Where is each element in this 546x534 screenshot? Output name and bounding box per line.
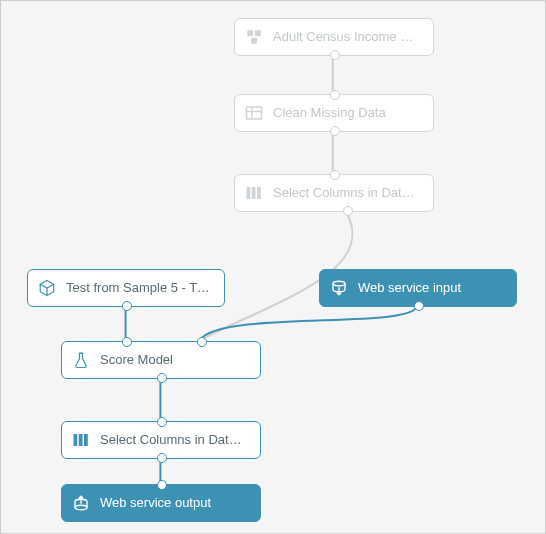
svg-rect-2 — [251, 38, 257, 44]
svg-rect-6 — [247, 187, 251, 199]
svg-rect-11 — [74, 434, 78, 446]
port-out[interactable] — [343, 206, 353, 216]
svg-rect-13 — [84, 434, 88, 446]
columns-icon — [72, 431, 90, 449]
svg-rect-3 — [247, 107, 262, 119]
port-in[interactable] — [330, 170, 340, 180]
node-trained-model[interactable]: Test from Sample 5 - Training... — [27, 269, 225, 307]
svg-rect-12 — [79, 434, 83, 446]
dataset-icon — [245, 28, 263, 46]
ws-out-icon — [72, 494, 90, 512]
svg-rect-0 — [247, 30, 253, 36]
port-in-right[interactable] — [197, 337, 207, 347]
table-icon — [245, 104, 263, 122]
pipeline-canvas[interactable]: Adult Census Income Binary C... Clean Mi… — [0, 0, 546, 534]
port-in[interactable] — [157, 417, 167, 427]
port-out[interactable] — [157, 373, 167, 383]
node-select-columns-bottom[interactable]: Select Columns in Dataset — [61, 421, 261, 459]
port-out[interactable] — [330, 126, 340, 136]
port-in-left[interactable] — [122, 337, 132, 347]
cube-icon — [38, 279, 56, 297]
flask-icon — [72, 351, 90, 369]
node-label: Score Model — [100, 352, 248, 368]
columns-icon — [245, 184, 263, 202]
node-select-columns-top[interactable]: Select Columns in Dataset — [234, 174, 434, 212]
port-out[interactable] — [330, 50, 340, 60]
node-label: Adult Census Income Binary C... — [273, 29, 421, 45]
port-in[interactable] — [330, 90, 340, 100]
node-label: Select Columns in Dataset — [100, 432, 248, 448]
node-label: Test from Sample 5 - Training... — [66, 280, 212, 296]
svg-rect-7 — [252, 187, 256, 199]
node-dataset[interactable]: Adult Census Income Binary C... — [234, 18, 434, 56]
port-in[interactable] — [157, 480, 167, 490]
node-label: Select Columns in Dataset — [273, 185, 421, 201]
svg-point-9 — [333, 281, 345, 286]
node-web-service-input[interactable]: Web service input — [319, 269, 517, 307]
svg-rect-1 — [255, 30, 261, 36]
node-web-service-output[interactable]: Web service output — [61, 484, 261, 522]
svg-rect-8 — [257, 187, 261, 199]
port-out[interactable] — [157, 453, 167, 463]
node-label: Web service output — [100, 495, 248, 511]
ws-in-icon — [330, 279, 348, 297]
node-clean-missing-data[interactable]: Clean Missing Data — [234, 94, 434, 132]
node-score-model[interactable]: Score Model — [61, 341, 261, 379]
node-label: Clean Missing Data — [273, 105, 421, 121]
port-out[interactable] — [414, 301, 424, 311]
svg-point-14 — [75, 505, 87, 510]
node-label: Web service input — [358, 280, 504, 296]
port-out[interactable] — [122, 301, 132, 311]
